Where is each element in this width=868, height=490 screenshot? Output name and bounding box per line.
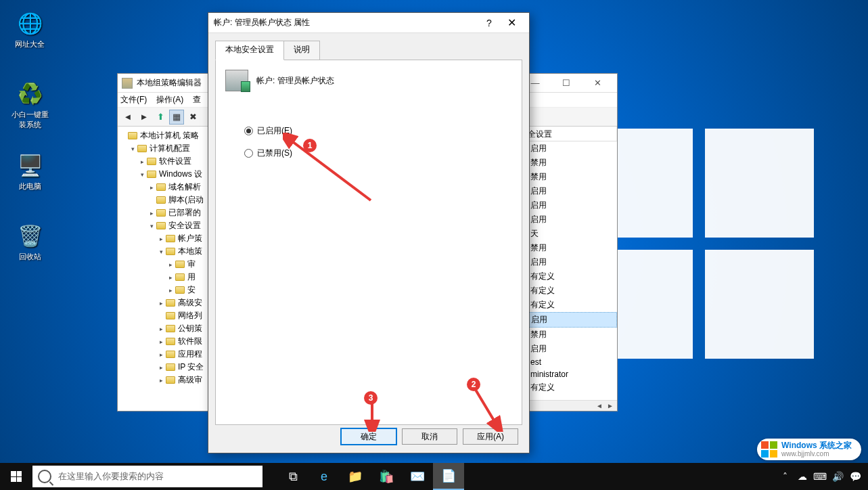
- show-hide-tree-icon[interactable]: ▦: [169, 110, 184, 125]
- cancel-button[interactable]: 取消: [402, 428, 457, 445]
- tree-item[interactable]: 本地计算机 策略: [119, 129, 210, 142]
- notepad-icon[interactable]: 📄: [433, 463, 464, 490]
- desktop-icon[interactable]: 🌐网址大全: [8, 9, 51, 49]
- close-button[interactable]: ✕: [499, 16, 524, 29]
- tree-item-label: 公钥策: [178, 323, 202, 334]
- gpo-tree[interactable]: 本地计算机 策略▾计算机配置▸软件设置▾Windows 设▸域名解析脚本(启动▸…: [118, 127, 212, 411]
- tree-item[interactable]: ▸软件设置: [119, 155, 210, 168]
- help-button[interactable]: ?: [479, 18, 499, 28]
- tree-caret-icon[interactable]: ▾: [147, 223, 156, 229]
- task-view-icon[interactable]: ⧉: [277, 463, 309, 490]
- edge-icon[interactable]: e: [309, 463, 340, 490]
- tree-item[interactable]: 脚本(启动: [119, 194, 210, 206]
- desktop-icon-label: 小白一键重装系统: [8, 110, 51, 130]
- desktop-icon-glyph: ♻️: [16, 80, 43, 107]
- desktop-icon[interactable]: 🗑️回收站: [8, 222, 51, 262]
- tree-item[interactable]: ▾计算机配置: [119, 142, 210, 155]
- close-button[interactable]: ✕: [582, 74, 613, 92]
- tree-caret-icon[interactable]: ▸: [157, 364, 165, 371]
- tree-caret-icon[interactable]: ▸: [147, 210, 156, 217]
- tree-caret-icon[interactable]: ▸: [157, 300, 165, 307]
- folder-icon: [175, 260, 185, 269]
- tree-item[interactable]: ▸域名解析: [119, 181, 210, 194]
- file-explorer-icon[interactable]: 📁: [340, 463, 371, 490]
- tree-caret-icon[interactable]: ▸: [157, 338, 165, 345]
- tree-caret-icon[interactable]: ▸: [166, 287, 175, 294]
- back-icon[interactable]: ◄: [120, 110, 135, 125]
- tree-item[interactable]: ▸帐户策: [119, 232, 210, 245]
- menu-view[interactable]: 查: [193, 94, 201, 106]
- ok-button[interactable]: 确定: [341, 428, 396, 445]
- search-input[interactable]: 在这里输入你要搜索的内容: [32, 466, 262, 487]
- radio-disabled-row[interactable]: 已禁用(S): [244, 148, 512, 159]
- system-tray[interactable]: ˄ ☁ ⌨ 🔊 💬: [776, 463, 868, 490]
- watermark: Windows 系统之家 www.bjjmlv.com: [757, 439, 861, 460]
- badge-3: 3: [364, 391, 378, 405]
- tree-item[interactable]: 网络列: [119, 309, 210, 322]
- tree-caret-icon[interactable]: ▸: [157, 351, 165, 358]
- tree-item[interactable]: ▾Windows 设: [119, 168, 210, 181]
- folder-icon: [156, 208, 166, 218]
- watermark-line2: www.bjjmlv.com: [781, 450, 852, 458]
- maximize-button[interactable]: ☐: [551, 74, 582, 92]
- tree-caret-icon[interactable]: ▾: [157, 248, 165, 255]
- apply-button[interactable]: 应用(A): [463, 428, 518, 445]
- tray-volume-icon[interactable]: 🔊: [829, 463, 846, 490]
- folder-icon: [156, 196, 166, 205]
- tree-item[interactable]: ▸高级审: [119, 374, 210, 386]
- forward-icon[interactable]: ►: [137, 110, 152, 125]
- tree-item[interactable]: ▸公钥策: [119, 322, 210, 335]
- tray-chevron-icon[interactable]: ˄: [776, 463, 794, 490]
- tree-item[interactable]: ▾本地策: [119, 245, 210, 258]
- tree-item[interactable]: ▸高级安: [119, 296, 210, 309]
- radio-disabled[interactable]: [244, 149, 253, 158]
- folder-icon: [165, 311, 176, 321]
- tree-item-label: 用: [187, 271, 196, 283]
- tree-caret-icon[interactable]: ▸: [166, 274, 175, 281]
- tree-item-label: 本地计算机 策略: [140, 130, 199, 141]
- folder-icon: [165, 298, 176, 308]
- folder-icon: [137, 144, 147, 154]
- tree-caret-icon[interactable]: ▸: [138, 158, 146, 165]
- up-icon[interactable]: ⬆: [153, 110, 168, 125]
- tree-item-label: 安: [187, 284, 196, 296]
- desktop-icon[interactable]: ♻️小白一键重装系统: [8, 80, 51, 130]
- tree-caret-icon[interactable]: ▸: [157, 326, 165, 332]
- store-icon[interactable]: 🛍️: [371, 463, 402, 490]
- menu-file[interactable]: 文件(F): [120, 94, 147, 106]
- tray-notifications-icon[interactable]: 💬: [846, 463, 864, 490]
- policy-icon: [225, 70, 248, 91]
- start-button[interactable]: [0, 463, 32, 490]
- tree-item[interactable]: ▸已部署的: [119, 206, 210, 219]
- tree-caret-icon[interactable]: ▾: [129, 146, 137, 152]
- tray-ime-icon[interactable]: ⌨: [811, 463, 829, 490]
- tray-onedrive-icon[interactable]: ☁: [794, 463, 811, 490]
- desktop-icon[interactable]: 🖥️此电脑: [8, 152, 51, 192]
- tree-item[interactable]: ▸安: [119, 284, 210, 296]
- tree-item[interactable]: ▸用: [119, 271, 210, 284]
- folder-icon: [175, 273, 185, 282]
- tree-item[interactable]: ▸软件限: [119, 335, 210, 348]
- taskbar[interactable]: 在这里输入你要搜索的内容 ⧉ e 📁 🛍️ ✉️ 📄 ˄ ☁ ⌨ 🔊 💬: [0, 463, 868, 490]
- tree-caret-icon[interactable]: ▸: [157, 377, 165, 384]
- radio-enabled[interactable]: [244, 127, 253, 135]
- mail-icon[interactable]: ✉️: [402, 463, 433, 490]
- tree-item[interactable]: ▸审: [119, 258, 210, 271]
- tree-item[interactable]: ▸IP 安全: [119, 361, 210, 374]
- tree-caret-icon[interactable]: ▸: [166, 261, 175, 268]
- desktop-icon-label: 此电脑: [8, 181, 51, 192]
- watermark-logo-icon: [761, 441, 777, 458]
- tab-explain[interactable]: 说明: [284, 41, 320, 60]
- tab-local-security[interactable]: 本地安全设置: [215, 41, 284, 60]
- tree-item-label: 安全设置: [168, 220, 201, 231]
- delete-icon[interactable]: ✖: [185, 110, 200, 125]
- tree-item[interactable]: ▾安全设置: [119, 219, 210, 232]
- tree-caret-icon[interactable]: ▾: [138, 171, 146, 178]
- tree-caret-icon[interactable]: ▸: [147, 184, 156, 191]
- dialog-titlebar[interactable]: 帐户: 管理员帐户状态 属性 ? ✕: [208, 13, 529, 33]
- tree-caret-icon[interactable]: ▸: [157, 236, 165, 242]
- radio-enabled-row[interactable]: 已启用(E): [244, 125, 512, 137]
- folder-icon: [165, 350, 176, 359]
- tree-item[interactable]: ▸应用程: [119, 348, 210, 361]
- menu-action[interactable]: 操作(A): [156, 94, 183, 106]
